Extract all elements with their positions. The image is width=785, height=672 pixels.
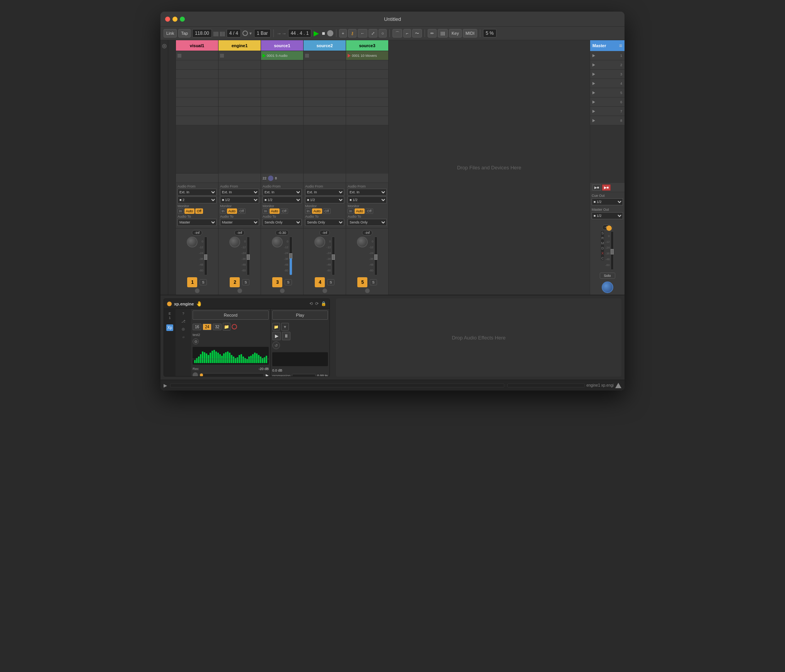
mon-off-btn[interactable]: Off: [280, 208, 288, 214]
clip-slot[interactable]: [176, 79, 218, 88]
master-slot[interactable]: 2: [590, 60, 625, 70]
clip-slot[interactable]: [261, 60, 303, 70]
tab-globe[interactable]: ◎: [176, 326, 190, 332]
clip-slot[interactable]: [304, 70, 346, 79]
playback-progress[interactable]: [200, 373, 264, 377]
mon-in-btn[interactable]: In: [348, 208, 354, 214]
wave-button[interactable]: 〜: [412, 29, 422, 38]
clip-slot[interactable]: [176, 107, 218, 116]
play-back-btn[interactable]: ↺: [272, 341, 280, 349]
track-number-btn[interactable]: 4: [315, 277, 325, 287]
midi-button[interactable]: MIDI: [463, 29, 477, 38]
master-fader-thumb[interactable]: [611, 249, 614, 254]
audio-to-select[interactable]: Master: [220, 219, 259, 226]
record-button[interactable]: [327, 30, 333, 36]
pan-knob[interactable]: [229, 237, 240, 247]
play-arrow-btn[interactable]: ▶: [266, 373, 269, 377]
track-number-btn[interactable]: 1: [187, 277, 197, 287]
clip-slot[interactable]: [304, 51, 346, 60]
key-button[interactable]: Key: [449, 29, 462, 38]
clip-slot[interactable]: [261, 116, 303, 125]
master-play-clip-btn[interactable]: ▶■: [592, 184, 601, 191]
settings-icon[interactable]: ⚙: [193, 338, 199, 345]
track-header-source2[interactable]: source2: [304, 40, 346, 51]
cue-out-select[interactable]: ■ 1/2: [592, 198, 623, 205]
master-solo-btn[interactable]: Solo: [600, 273, 615, 279]
fader-thumb[interactable]: [332, 254, 335, 260]
pan-knob[interactable]: [272, 237, 283, 247]
rec-circle[interactable]: [323, 288, 327, 293]
tab-zoom[interactable]: ⌕: [176, 334, 190, 340]
draw-button[interactable]: ✏: [428, 29, 437, 38]
quantize-display[interactable]: 1 Bar: [254, 29, 271, 38]
pan-knob[interactable]: [187, 237, 198, 247]
tap-button[interactable]: Tap: [178, 29, 191, 38]
status-play-btn[interactable]: ▶: [164, 383, 167, 388]
mon-off-btn[interactable]: Off: [238, 208, 246, 214]
nav-item-xp[interactable]: Xp: [166, 324, 173, 331]
clip-slot[interactable]: [261, 88, 303, 97]
bit-32-btn[interactable]: 32: [213, 324, 222, 330]
audio-from-select[interactable]: Ext. In: [220, 189, 259, 196]
master-cue-knob[interactable]: [602, 281, 613, 293]
mon-in-btn[interactable]: In: [263, 208, 269, 214]
hand-icon[interactable]: 🤚: [196, 301, 202, 307]
back-button[interactable]: ←: [358, 29, 367, 38]
clip-slot[interactable]: [176, 116, 218, 125]
audio-sub-select[interactable]: ■ 2: [177, 196, 217, 203]
clip-slot[interactable]: 0001 10 Movers: [346, 51, 388, 60]
s-btn[interactable]: S: [601, 231, 604, 235]
audio-to-select[interactable]: Sends Only: [348, 219, 387, 226]
clip-slot[interactable]: [346, 70, 388, 79]
audio-sub-select[interactable]: ■ 1/2: [220, 196, 259, 203]
m-btn[interactable]: M: [601, 241, 604, 245]
collapse-button[interactable]: ◎: [162, 43, 167, 49]
clip-slot[interactable]: [261, 107, 303, 116]
audio-sub-select[interactable]: ■ 1/2: [305, 196, 344, 203]
clip-slot[interactable]: [304, 79, 346, 88]
bottom-clip-slot[interactable]: 22 8: [261, 174, 303, 183]
rec-circle[interactable]: [280, 288, 285, 293]
close-button[interactable]: [165, 17, 170, 22]
link-button[interactable]: Link: [164, 29, 177, 38]
rec-indicator-btn[interactable]: [232, 324, 237, 329]
audio-from-select[interactable]: Ext. In: [348, 189, 387, 196]
master-transport-slot[interactable]: ▶■ ▶■: [590, 183, 625, 192]
bottom-clip-slot[interactable]: [304, 174, 346, 183]
mon-auto-btn[interactable]: Auto: [184, 208, 195, 214]
bottom-clip-slot[interactable]: [346, 174, 388, 183]
play-pause-btn[interactable]: ⏸: [282, 332, 290, 340]
clip-slot[interactable]: [304, 116, 346, 125]
clip-slot[interactable]: 0001 5-Audio: [261, 51, 303, 60]
position-display[interactable]: 44 . 4 . 1: [288, 29, 312, 38]
clip-slot[interactable]: [346, 88, 388, 97]
maximize-button[interactable]: [180, 17, 185, 22]
track-header-source1[interactable]: source1: [261, 40, 303, 51]
master-header[interactable]: Master ≡: [590, 40, 625, 51]
solo-btn[interactable]: S: [242, 279, 249, 285]
bit-24-btn[interactable]: 24: [203, 324, 212, 330]
track-header-engine1[interactable]: engine1: [218, 40, 261, 51]
progression-bar[interactable]: [292, 374, 316, 377]
master-menu-icon[interactable]: ≡: [619, 43, 622, 49]
fader-thumb[interactable]: [204, 254, 207, 260]
clip-slot[interactable]: [218, 51, 261, 60]
clip-slot[interactable]: [304, 88, 346, 97]
bottom-clip-slot[interactable]: [218, 174, 261, 183]
clip-slot[interactable]: [261, 79, 303, 88]
bit-16-btn[interactable]: 16: [193, 324, 201, 330]
clip-slot[interactable]: [218, 70, 261, 79]
track-number-btn[interactable]: 5: [357, 277, 367, 287]
master-slot[interactable]: 3: [590, 70, 625, 79]
track-header-source3[interactable]: source3: [346, 40, 388, 51]
clip-slot[interactable]: [304, 97, 346, 107]
mon-auto-btn[interactable]: Auto: [227, 208, 237, 214]
mon-off-btn[interactable]: Off: [365, 208, 373, 214]
curve-button[interactable]: ⌒: [392, 29, 402, 38]
tab-tree[interactable]: ⎇: [176, 318, 190, 324]
audio-from-select[interactable]: Ext. In: [263, 189, 302, 196]
mon-in-btn[interactable]: In: [305, 208, 311, 214]
play-dropdown-btn[interactable]: ▼: [281, 323, 289, 331]
mon-off-btn[interactable]: Off: [323, 208, 331, 214]
c-btn[interactable]: C: [601, 256, 604, 260]
